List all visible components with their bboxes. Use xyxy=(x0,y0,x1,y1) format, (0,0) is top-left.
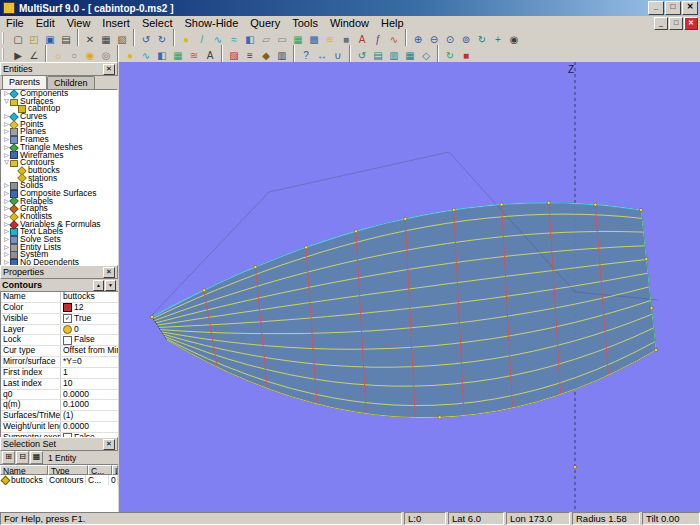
tree-item-stations[interactable]: stations xyxy=(1,175,117,183)
property-row-visible[interactable]: Visible✓True xyxy=(1,314,118,325)
property-row-q0[interactable]: q00.0000 xyxy=(1,390,118,401)
view-top-icon[interactable]: ▥ xyxy=(386,47,402,63)
tree-expand-icon[interactable]: ▷ xyxy=(3,190,10,198)
property-row-last-index[interactable]: Last index10 xyxy=(1,379,118,390)
properties-next-icon[interactable]: ▼ xyxy=(105,280,116,291)
control-point[interactable] xyxy=(254,265,257,268)
property-value[interactable]: Offset from Mirror/Surf xyxy=(61,346,118,356)
selection-list-icon[interactable]: ⊞ xyxy=(2,451,15,464)
control-point[interactable] xyxy=(654,348,657,351)
refresh-icon[interactable]: ↻ xyxy=(442,47,458,63)
control-point[interactable] xyxy=(639,208,642,211)
control-point[interactable] xyxy=(203,289,206,292)
orbit-view-icon[interactable]: ↺ xyxy=(354,47,370,63)
tree-expand-icon[interactable]: ▷ xyxy=(3,128,10,136)
control-point[interactable] xyxy=(547,201,550,204)
tab-children[interactable]: Children xyxy=(47,76,95,89)
control-point[interactable] xyxy=(650,306,653,309)
selection-col-header[interactable]: C... xyxy=(88,465,112,475)
select-mode-icon[interactable]: ▶ xyxy=(10,47,26,63)
entities-close-icon[interactable]: ✕ xyxy=(103,64,115,75)
properties-prev-icon[interactable]: ▲ xyxy=(93,280,104,291)
tree-item-relabels[interactable]: ▷Relabels xyxy=(1,198,117,206)
hide-unselected-icon[interactable]: ◎ xyxy=(98,47,114,63)
toggle-labels-icon[interactable]: A xyxy=(202,47,218,63)
property-value[interactable]: 0.1000 xyxy=(61,400,118,410)
camera-icon[interactable]: ◉ xyxy=(506,31,522,47)
tree-expand-icon[interactable]: ▷ xyxy=(3,236,10,244)
tree-expand-icon[interactable]: ▽ xyxy=(3,159,10,167)
pan-view-icon[interactable]: + xyxy=(490,31,506,47)
measure-angle-icon[interactable]: ∠ xyxy=(26,47,42,63)
toggle-curves-icon[interactable]: ∿ xyxy=(138,47,154,63)
tree-expand-icon[interactable]: ▷ xyxy=(3,244,10,252)
tree-expand-icon[interactable]: ▷ xyxy=(3,228,10,236)
property-value[interactable]: *Y=0 xyxy=(61,357,118,367)
tree-expand-icon[interactable]: ▷ xyxy=(3,182,10,190)
cabintop-surface[interactable] xyxy=(152,203,656,418)
property-value[interactable]: 12 xyxy=(61,303,118,313)
show-all-icon[interactable]: ☼ xyxy=(50,47,66,63)
tree-expand-icon[interactable]: ▽ xyxy=(3,98,10,106)
view-side-icon[interactable]: ▦ xyxy=(402,47,418,63)
selection-col-header[interactable]: Name xyxy=(0,465,48,475)
menu-tools[interactable]: Tools xyxy=(286,17,324,29)
properties-close-icon[interactable]: ✕ xyxy=(103,267,115,278)
entity-color-icon[interactable]: ▨ xyxy=(226,47,242,63)
control-point[interactable] xyxy=(500,203,503,206)
close-button[interactable]: ✕ xyxy=(682,1,698,15)
view-front-icon[interactable]: ▤ xyxy=(370,47,386,63)
menu-query[interactable]: Query xyxy=(244,17,286,29)
toggle-contours-icon[interactable]: ≋ xyxy=(186,47,202,63)
rotate-view-icon[interactable]: ↻ xyxy=(474,31,490,47)
tree-item-wireframes[interactable]: ▷Wireframes xyxy=(1,152,117,160)
property-row-cur-type[interactable]: Cur typeOffset from Mirror/Surf xyxy=(1,346,118,357)
property-value[interactable]: 0 xyxy=(61,325,118,335)
selection-clear-icon[interactable]: ⊟ xyxy=(16,451,29,464)
control-point[interactable] xyxy=(573,465,576,468)
menu-show-hide[interactable]: Show-Hide xyxy=(178,17,244,29)
selection-col-header[interactable]: L... xyxy=(112,465,118,475)
property-row-weight-unit-length[interactable]: Weight/unit length0.0000 xyxy=(1,422,118,433)
tree-item-entity-lists[interactable]: ▷Entity Lists xyxy=(1,244,117,252)
property-row-surfaces-trimeshe[interactable]: Surfaces/TriMeshe(1) xyxy=(1,411,118,422)
menu-help[interactable]: Help xyxy=(375,17,410,29)
property-value[interactable]: 0.0000 xyxy=(61,390,118,400)
tree-item-cabintop[interactable]: cabintop xyxy=(1,105,117,113)
menu-file[interactable]: File xyxy=(0,17,30,29)
menu-window[interactable]: Window xyxy=(324,17,375,29)
property-row-layer[interactable]: Layer0 xyxy=(1,325,118,336)
control-point[interactable] xyxy=(452,208,455,211)
property-row-first-index[interactable]: First index1 xyxy=(1,368,118,379)
tab-parents[interactable]: Parents xyxy=(2,75,47,89)
menu-insert[interactable]: Insert xyxy=(96,17,136,29)
property-value[interactable]: False xyxy=(61,335,118,345)
viewport-3d[interactable]: Z xyxy=(119,62,700,512)
menu-edit[interactable]: Edit xyxy=(30,17,61,29)
tree-item-points[interactable]: ▷Points xyxy=(1,121,117,129)
control-point[interactable] xyxy=(438,416,441,419)
checkbox-icon[interactable]: ✓ xyxy=(63,314,72,323)
checkbox-icon[interactable] xyxy=(63,336,72,345)
menu-select[interactable]: Select xyxy=(136,17,179,29)
property-value[interactable]: 1 xyxy=(61,368,118,378)
control-point[interactable] xyxy=(150,315,153,318)
property-value[interactable]: (1) xyxy=(61,411,118,421)
property-row-name[interactable]: Namebuttocks xyxy=(1,292,118,303)
control-point[interactable] xyxy=(645,257,648,260)
tree-item-curves[interactable]: ▷Curves xyxy=(1,113,117,121)
property-row-q-m-[interactable]: q(m)0.1000 xyxy=(1,400,118,411)
mdi-minimize-button[interactable]: _ xyxy=(654,17,668,30)
hide-all-icon[interactable]: ○ xyxy=(66,47,82,63)
toggle-surfaces-icon[interactable]: ◧ xyxy=(154,47,170,63)
layer-manager-icon[interactable]: ≡ xyxy=(242,47,258,63)
property-value[interactable]: buttocks xyxy=(61,292,118,302)
property-value[interactable]: 10 xyxy=(61,379,118,389)
property-row-mirror-surface[interactable]: Mirror/surface*Y=0 xyxy=(1,357,118,368)
toggle-points-icon[interactable]: ● xyxy=(122,47,138,63)
property-value[interactable]: ✓True xyxy=(61,314,118,324)
selection-row[interactable]: buttocksContoursC...0 xyxy=(0,475,118,485)
minimize-button[interactable]: _ xyxy=(648,1,664,15)
query-distance-icon[interactable]: ↔ xyxy=(314,47,330,63)
property-row-color[interactable]: Color12 xyxy=(1,303,118,314)
